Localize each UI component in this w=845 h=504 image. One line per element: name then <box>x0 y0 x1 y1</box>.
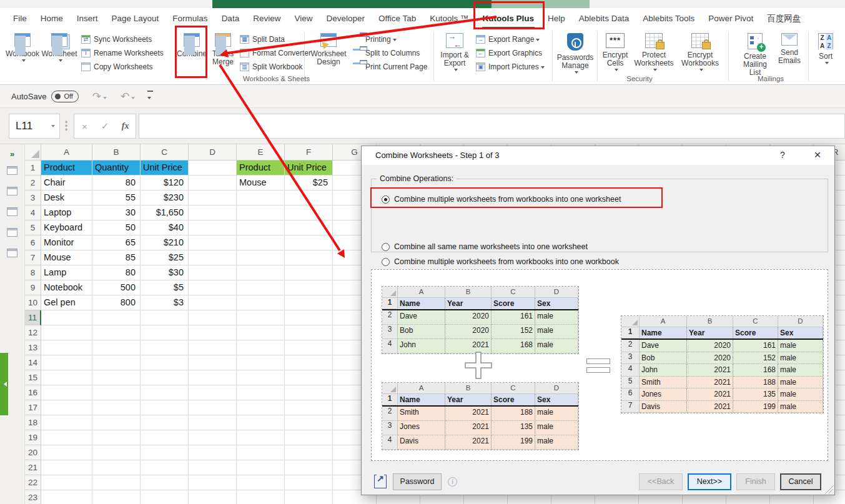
expand-pane-icon[interactable]: » <box>0 149 24 159</box>
cell[interactable] <box>189 475 237 490</box>
cell[interactable] <box>285 490 333 504</box>
cell[interactable] <box>285 460 333 475</box>
kutools-pane-tab[interactable] <box>0 353 8 415</box>
cell[interactable] <box>92 460 141 475</box>
cell[interactable]: 85 <box>92 250 141 265</box>
cell[interactable] <box>285 295 333 310</box>
cell[interactable] <box>189 220 237 235</box>
ribbon-tab[interactable]: Developer <box>319 8 372 29</box>
row-header[interactable]: 22 <box>25 475 41 490</box>
cell[interactable] <box>189 265 237 280</box>
finish-button[interactable]: Finish <box>736 473 775 490</box>
cell[interactable] <box>285 235 333 250</box>
cell[interactable] <box>141 355 189 370</box>
cell[interactable] <box>237 280 285 295</box>
cell[interactable] <box>189 490 237 504</box>
row-header[interactable]: 19 <box>25 430 41 445</box>
cell[interactable] <box>41 475 92 490</box>
row-header[interactable]: 1 <box>25 161 41 175</box>
cell[interactable] <box>141 385 189 400</box>
cell[interactable] <box>141 430 189 445</box>
cell[interactable] <box>92 370 141 385</box>
cell[interactable]: $40 <box>141 220 189 235</box>
ribbon-tab[interactable]: Office Tab <box>372 8 423 29</box>
cell[interactable]: 30 <box>92 205 141 220</box>
cell[interactable] <box>41 400 92 415</box>
ribbon-tab[interactable]: Data <box>215 8 247 29</box>
cell[interactable] <box>92 430 141 445</box>
cell[interactable] <box>189 190 237 205</box>
cell[interactable] <box>92 400 141 415</box>
cell[interactable]: 80 <box>92 265 141 280</box>
format-converter-button[interactable]: Format Converter <box>240 46 311 60</box>
row-header[interactable]: 21 <box>25 460 41 475</box>
row-header[interactable]: 7 <box>25 250 41 265</box>
cell[interactable] <box>285 220 333 235</box>
cell[interactable]: $120 <box>141 175 189 190</box>
customize-qat-button[interactable] <box>147 91 153 102</box>
cell[interactable] <box>189 250 237 265</box>
cell[interactable] <box>41 325 92 340</box>
cell[interactable] <box>41 445 92 460</box>
row-header[interactable]: 3 <box>25 190 41 205</box>
cell[interactable]: $30 <box>141 265 189 280</box>
cell[interactable] <box>189 415 237 430</box>
print-current-page-button[interactable]: Print Current Page <box>353 60 427 74</box>
help-button[interactable]: ? <box>776 150 789 160</box>
cell[interactable] <box>189 385 237 400</box>
column-header[interactable]: F <box>285 144 333 161</box>
cell[interactable] <box>285 475 333 490</box>
print-area-icon[interactable] <box>7 207 17 216</box>
cell[interactable] <box>92 355 141 370</box>
cell[interactable] <box>237 205 285 220</box>
row-header[interactable]: 10 <box>25 295 41 310</box>
cell[interactable] <box>285 340 333 355</box>
cell[interactable] <box>189 280 237 295</box>
cell[interactable] <box>285 250 333 265</box>
insert-function-icon[interactable]: fx <box>115 121 136 131</box>
redo-button[interactable]: ↷ <box>92 90 107 103</box>
cell[interactable] <box>92 325 141 340</box>
cell[interactable] <box>285 385 333 400</box>
cell[interactable]: 800 <box>92 295 141 310</box>
cell[interactable] <box>285 265 333 280</box>
tab-kutools-plus[interactable]: Kutools Plus <box>476 8 541 29</box>
ribbon-tab[interactable]: Kutools ™ <box>423 8 475 29</box>
cell[interactable]: $5 <box>141 280 189 295</box>
cell[interactable] <box>189 175 237 190</box>
cell[interactable] <box>141 370 189 385</box>
cell[interactable] <box>237 325 285 340</box>
tables-merge-button[interactable]: Tables Merge <box>209 31 237 80</box>
cell[interactable] <box>92 340 141 355</box>
row-header[interactable]: 17 <box>25 400 41 415</box>
row-header[interactable]: 18 <box>25 415 41 430</box>
cell[interactable] <box>237 265 285 280</box>
ribbon-tab[interactable]: Ablebits Data <box>572 8 636 29</box>
option-radio[interactable]: Combine multiple worksheets from workboo… <box>382 254 670 269</box>
cell[interactable] <box>237 400 285 415</box>
row-header[interactable]: 6 <box>25 235 41 250</box>
row-header[interactable]: 2 <box>25 175 41 190</box>
auto-text-icon[interactable] <box>7 187 17 195</box>
cell[interactable] <box>92 475 141 490</box>
cell[interactable] <box>189 161 237 175</box>
cell[interactable] <box>41 310 92 325</box>
cell[interactable]: Unit Price <box>285 161 333 175</box>
cell[interactable]: $25 <box>141 250 189 265</box>
row-header[interactable]: 5 <box>25 220 41 235</box>
cell[interactable] <box>141 460 189 475</box>
row-header[interactable]: 9 <box>25 280 41 295</box>
ribbon-tab[interactable]: Help <box>541 8 572 29</box>
cell[interactable]: Laptop <box>41 205 92 220</box>
cell[interactable]: Product <box>41 161 92 175</box>
option-radio[interactable]: Combine all same name worksheets into on… <box>382 239 670 254</box>
import-export-button[interactable]: Import & Export <box>437 31 472 80</box>
cell[interactable] <box>237 490 285 504</box>
cell[interactable]: Quantity <box>92 161 141 175</box>
cell[interactable]: Keyboard <box>41 220 92 235</box>
cell[interactable] <box>237 415 285 430</box>
row-header[interactable]: 23 <box>25 490 41 504</box>
cancel-entry-icon[interactable]: × <box>74 121 95 132</box>
name-box[interactable]: L11 <box>9 114 60 139</box>
cell[interactable]: 500 <box>92 280 141 295</box>
